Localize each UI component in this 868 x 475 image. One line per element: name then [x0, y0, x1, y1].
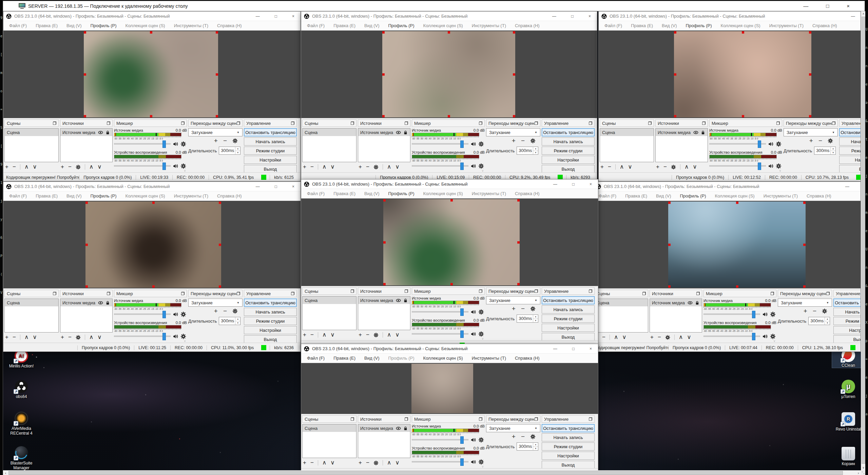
remove-source-button[interactable]: − [366, 331, 369, 338]
float-dock-icon[interactable] [107, 292, 110, 295]
spin-up-icon[interactable]: ▲ [533, 443, 538, 447]
speaker-icon[interactable] [762, 334, 768, 339]
stop-streaming-button[interactable]: Остановить трансляцию [244, 128, 297, 136]
resize-handle[interactable] [216, 73, 218, 76]
volume-slider[interactable] [709, 165, 766, 167]
scroll-left-icon[interactable]: ‹ [3, 471, 8, 475]
spin-down-icon[interactable]: ▼ [825, 321, 830, 325]
transition-gear-icon[interactable] [530, 138, 536, 144]
resize-handle[interactable] [383, 241, 386, 244]
preview-area[interactable] [593, 201, 861, 288]
close-button[interactable]: × [590, 346, 592, 351]
remove-scene-button[interactable]: − [310, 331, 314, 338]
spin-up-icon[interactable]: ▲ [533, 147, 538, 151]
add-scene-button[interactable]: + [600, 164, 604, 170]
menu-edit[interactable]: Правка (E) [31, 23, 62, 28]
float-dock-icon[interactable] [291, 292, 294, 295]
minimize-button[interactable]: — [553, 346, 557, 351]
resize-handle[interactable] [517, 241, 520, 244]
scene-down-button[interactable]: ∨ [330, 331, 334, 338]
menu-scene-collection[interactable]: Коллекция сцен (S) [419, 191, 467, 196]
remove-source-button[interactable]: − [366, 459, 369, 466]
volume-slider[interactable] [114, 314, 171, 315]
float-dock-icon[interactable] [181, 292, 185, 295]
spin-down-icon[interactable]: ▼ [533, 319, 538, 323]
float-dock-icon[interactable] [589, 417, 592, 421]
remove-transition-button[interactable]: − [521, 305, 525, 312]
menu-scene-collection[interactable]: Коллекция сцен (S) [711, 193, 759, 198]
resize-handle[interactable] [517, 283, 520, 285]
minimize-button[interactable]: — [851, 14, 855, 19]
add-source-button[interactable]: + [359, 331, 362, 338]
duration-value[interactable]: 300ms [219, 317, 235, 325]
resize-handle[interactable] [219, 244, 221, 246]
menu-tools[interactable]: Инструменты (Т) [467, 23, 510, 28]
transition-gear-icon[interactable] [530, 306, 536, 311]
lock-icon[interactable] [403, 426, 408, 431]
visibility-eye-icon[interactable] [98, 130, 103, 135]
maximize-button[interactable]: □ [275, 184, 277, 189]
add-transition-button[interactable]: + [809, 137, 813, 145]
exit-button[interactable]: Выход [244, 335, 297, 343]
mixer-scrollbar[interactable]: ∧∨ [481, 296, 485, 340]
desktop-icon-blastersuite-manager[interactable]: ↗ BlasterSuite Manager [5, 446, 38, 470]
remove-transition-button[interactable]: − [813, 307, 816, 315]
volume-slider[interactable] [114, 143, 171, 145]
speaker-icon[interactable] [768, 163, 774, 169]
float-dock-icon[interactable] [589, 121, 592, 125]
transition-select[interactable]: Затухание ▼ [486, 296, 540, 304]
duration-value[interactable]: 300ms [809, 317, 825, 325]
float-dock-icon[interactable] [535, 289, 538, 293]
source-item[interactable]: Источник медиа [60, 299, 112, 306]
source-up-button[interactable]: ∧ [387, 331, 391, 338]
resize-handle[interactable] [674, 31, 676, 34]
close-button[interactable]: × [590, 182, 592, 187]
rdp-maximize-button[interactable]: □ [826, 3, 829, 9]
menu-profile[interactable]: Профиль (P) [86, 23, 121, 28]
menu-tools[interactable]: Инструменты (Т) [170, 23, 213, 28]
video-frame[interactable] [382, 31, 515, 117]
scene-list[interactable]: Сцена [4, 128, 59, 162]
close-button[interactable]: × [589, 14, 591, 19]
resize-handle[interactable] [382, 31, 385, 34]
resize-handle[interactable] [803, 285, 806, 288]
add-scene-button[interactable]: + [5, 334, 8, 341]
transition-select[interactable]: Затухание ▼ [188, 128, 243, 136]
menu-profile[interactable]: Профиль (P) [676, 193, 711, 198]
duration-spinbox[interactable]: 300ms ▲ ▼ [219, 147, 240, 155]
menu-scene-collection[interactable]: Коллекция сцен (S) [121, 23, 170, 28]
remove-source-button[interactable]: − [663, 164, 667, 170]
resize-handle[interactable] [85, 202, 88, 204]
resize-handle[interactable] [219, 285, 221, 288]
volume-slider[interactable] [412, 143, 468, 145]
menu-help[interactable]: Справка (H) [510, 356, 544, 361]
resize-handle[interactable] [668, 244, 671, 246]
video-frame[interactable] [383, 199, 520, 285]
scene-up-button[interactable]: ∧ [322, 459, 326, 466]
add-source-button[interactable]: + [61, 334, 64, 341]
stop-streaming-button[interactable]: Остановить трансляцию [244, 299, 297, 307]
scene-list[interactable]: Сцена [600, 128, 654, 162]
minimize-button[interactable]: — [845, 184, 849, 189]
scene-list[interactable]: Сцена [594, 299, 648, 332]
source-list[interactable]: Источник медиа [655, 128, 708, 162]
remove-scene-button[interactable]: − [310, 459, 314, 466]
speaker-icon[interactable] [470, 141, 476, 147]
source-properties-gear-icon[interactable] [373, 460, 379, 466]
scene-down-button[interactable]: ∨ [330, 164, 334, 170]
float-dock-icon[interactable] [771, 292, 774, 295]
speaker-icon[interactable] [173, 163, 178, 169]
float-dock-icon[interactable] [642, 292, 646, 295]
preview-area[interactable] [3, 31, 301, 118]
resize-handle[interactable] [809, 73, 811, 76]
resize-handle[interactable] [803, 244, 806, 246]
resize-handle[interactable] [809, 115, 811, 117]
resize-handle[interactable] [448, 115, 450, 117]
menu-edit[interactable]: Правка (E) [621, 193, 652, 198]
scene-list[interactable]: Сцена [302, 424, 356, 458]
volume-slider-handle[interactable] [162, 311, 166, 318]
close-button[interactable]: × [292, 14, 294, 19]
obs-titlebar[interactable]: OBS 23.1.0 (64-bit, windows) - Профиль: … [301, 344, 598, 354]
speaker-icon[interactable] [470, 331, 476, 337]
source-properties-gear-icon[interactable] [76, 165, 81, 170]
